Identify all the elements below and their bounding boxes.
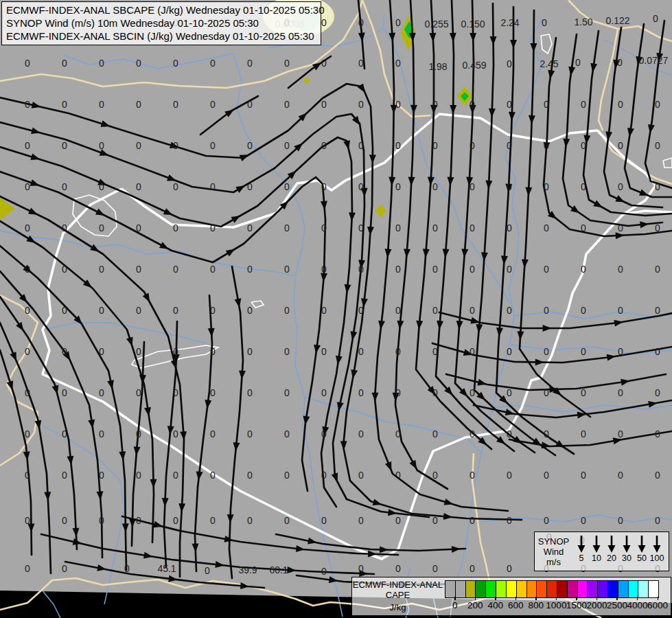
map-value-label: 0 — [210, 140, 216, 151]
map-value-label: 0 — [655, 387, 660, 398]
map-value-label: 0 — [247, 346, 253, 357]
map-value-label: 0 — [618, 346, 623, 357]
map-value-label: 0.255 — [424, 19, 448, 30]
wind-speed-labels: 510203050100 — [572, 553, 666, 563]
wind-speed-label: 30 — [619, 553, 634, 563]
map-value-label: 0 — [210, 222, 216, 233]
map-value-label: 0 — [99, 264, 104, 275]
map-value-label: 0 — [25, 140, 30, 151]
map-value-label: 0 — [62, 470, 67, 481]
map-value-label: 0 — [173, 305, 178, 316]
title-line-sbcape: ECMWF-INDEX-ANAL SBCAPE (J/kg) Wednesday… — [6, 3, 316, 16]
map-value-label: 0 — [99, 58, 104, 69]
cape-swatch — [445, 581, 456, 597]
map-value-label: 0 — [25, 58, 30, 69]
map-value-label: 0 — [284, 428, 290, 439]
map-value-label: 0 — [544, 515, 549, 526]
map-value-label: 0 — [470, 387, 475, 398]
weather-map-canvas: 0000000000000000000000000000000000000000… — [0, 0, 672, 618]
cape-swatch — [496, 581, 507, 597]
map-value-label: 0 — [173, 387, 178, 398]
map-value-label: 0 — [507, 305, 512, 316]
map-value-label: 0 — [210, 470, 216, 481]
wind-legend: SYNOP Wind m/s 510203050100 — [534, 531, 669, 571]
map-value-label: 0 — [358, 140, 364, 151]
map-value-label: 0 — [655, 305, 660, 316]
map-value-label: 0 — [136, 515, 141, 526]
map-value-label: 0 — [62, 58, 67, 69]
cape-swatch — [568, 581, 578, 597]
cape-swatch — [456, 581, 466, 597]
map-value-label: 0 — [136, 222, 141, 233]
map-value-label: 0 — [432, 387, 438, 398]
map-value-label: 0 — [136, 181, 141, 192]
cape-tick-value: 2500 — [607, 600, 627, 610]
map-value-label: 0 — [618, 470, 623, 481]
map-value-label: 0 — [136, 470, 141, 481]
map-value-label: 0 — [544, 99, 549, 110]
cape-swatch — [466, 581, 476, 597]
map-value-label: 0 — [395, 305, 401, 316]
map-value-label: 0 — [432, 181, 438, 192]
cape-swatch — [547, 581, 557, 597]
map-value-label: 0 — [25, 99, 30, 110]
map-value-label: 0 — [544, 222, 549, 233]
map-value-label: 0 — [581, 305, 586, 316]
map-value-label: 0 — [618, 515, 623, 526]
map-value-label: 0 — [136, 387, 141, 398]
map-value-label: 0 — [432, 264, 438, 275]
map-value-label: 0 — [470, 181, 475, 192]
map-value-label: 0 — [358, 17, 364, 28]
map-value-label: 0 — [321, 58, 327, 69]
map-value-label: 0 — [470, 515, 475, 526]
cape-tick-value: 0 — [452, 600, 458, 610]
map-value-label: 0 — [358, 470, 364, 481]
map-value-label: 0 — [136, 99, 141, 110]
map-value-label: 0 — [432, 140, 438, 151]
map-value-label: 0 — [136, 305, 141, 316]
map-value-label: 0 — [99, 305, 104, 316]
map-value-label: 0 — [544, 346, 549, 357]
map-value-label: 0 — [25, 181, 30, 192]
map-value-label: 0 — [358, 264, 364, 275]
map-value-label: 45.1 — [157, 563, 176, 574]
map-value-label: 0 — [655, 264, 660, 275]
map-value-label: 0 — [247, 428, 253, 439]
map-value-label: 0 — [395, 222, 401, 233]
wind-arrow-icon — [649, 535, 664, 553]
map-value-label: 0 — [358, 346, 364, 357]
map-value-label: 0 — [655, 181, 660, 192]
map-value-label: 0 — [124, 563, 130, 574]
map-value-label: 0 — [358, 563, 364, 574]
map-value-label: 0 — [395, 140, 401, 151]
map-value-label: 0 — [25, 264, 30, 275]
map-value-label: 0.0727 — [639, 55, 669, 66]
map-value-label: 1.50 — [574, 16, 592, 27]
map-value-label: 0 — [507, 140, 512, 151]
cape-swatch — [517, 581, 527, 597]
map-value-label: 0 — [581, 428, 586, 439]
map-value-label: 0 — [432, 305, 438, 316]
map-value-label: 0 — [173, 181, 178, 192]
map-value-label: 0 — [173, 99, 178, 110]
wind-legend-title: SYNOP Wind m/s — [535, 532, 572, 571]
wind-legend-units: m/s — [546, 557, 561, 567]
map-value-label: 0 — [432, 563, 438, 574]
title-line-sbcin: ECMWF-INDEX-ANAL SBCIN (J/kg) Wednesday … — [6, 30, 316, 43]
map-value-label: 0 — [247, 99, 253, 110]
map-value-label: 0 — [25, 428, 30, 439]
cape-colorbar — [445, 580, 659, 598]
map-value-label: 0 — [432, 99, 438, 110]
map-value-label: 0 — [284, 387, 290, 398]
map-value-label: 0 — [173, 58, 178, 69]
cape-tick-value: 800 — [529, 600, 544, 610]
map-value-label: 1.98 — [428, 61, 447, 72]
map-value-label: 0 — [655, 470, 660, 481]
map-value-label: 0 — [655, 99, 660, 110]
map-value-label: 0 — [62, 346, 67, 357]
map-value-label: 0 — [470, 470, 475, 481]
map-value-label: 0 — [247, 181, 253, 192]
map-value-label: 0 — [395, 58, 401, 69]
map-value-label: 0 — [210, 99, 216, 110]
map-value-label: 0 — [395, 563, 401, 574]
